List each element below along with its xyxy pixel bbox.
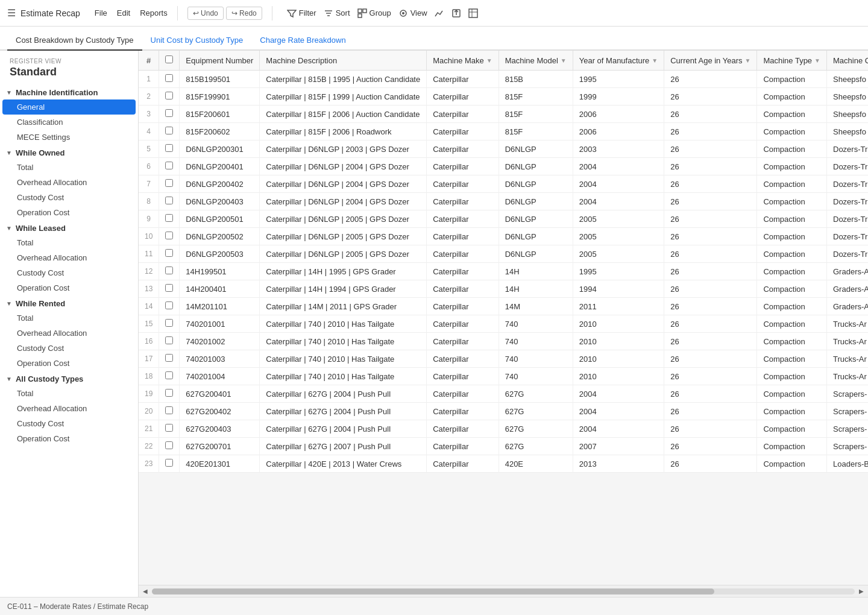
sidebar-item-all-overhead[interactable]: Overhead Allocation: [0, 401, 138, 416]
cell-checkbox[interactable]: [159, 263, 180, 280]
row-checkbox[interactable]: [165, 214, 173, 222]
col-machine-type[interactable]: Machine Type▼: [757, 51, 827, 71]
cell-checkbox[interactable]: [159, 245, 180, 263]
col-machine-description[interactable]: Machine Description: [260, 51, 427, 71]
scrollbar-thumb[interactable]: [152, 588, 714, 594]
table-row[interactable]: 20 627G200402 Caterpillar | 627G | 2004 …: [139, 403, 868, 420]
sort-button[interactable]: Sort: [324, 8, 350, 18]
table-row[interactable]: 9 D6NLGP200501 Caterpillar | D6NLGP | 20…: [139, 210, 868, 228]
cell-checkbox[interactable]: [159, 106, 180, 123]
section-while-rented[interactable]: ▼ While Rented: [0, 295, 138, 311]
table-row[interactable]: 4 815F200602 Caterpillar | 815F | 2006 |…: [139, 123, 868, 140]
sidebar-item-all-custody[interactable]: Custody Cost: [0, 416, 138, 431]
tab-unit-cost[interactable]: Unit Cost by Custody Type: [142, 31, 252, 51]
cell-checkbox[interactable]: [159, 71, 180, 88]
row-checkbox[interactable]: [165, 301, 173, 309]
table-row[interactable]: 16 740201002 Caterpillar | 740 | 2010 | …: [139, 333, 868, 350]
cell-checkbox[interactable]: [159, 280, 180, 298]
cell-checkbox[interactable]: [159, 333, 180, 350]
row-checkbox[interactable]: [165, 74, 173, 82]
cell-checkbox[interactable]: [159, 140, 180, 158]
col-machine-cat[interactable]: Machine C...: [827, 51, 869, 71]
sidebar-item-general[interactable]: General: [2, 99, 136, 115]
table-row[interactable]: 19 627G200401 Caterpillar | 627G | 2004 …: [139, 385, 868, 403]
scrollbar-track[interactable]: [152, 588, 855, 594]
row-checkbox[interactable]: [165, 162, 173, 169]
table-row[interactable]: 8 D6NLGP200403 Caterpillar | D6NLGP | 20…: [139, 193, 868, 210]
table-row[interactable]: 13 14H200401 Caterpillar | 14H | 1994 | …: [139, 280, 868, 298]
sidebar-item-leased-operation[interactable]: Operation Cost: [0, 280, 138, 295]
cell-checkbox[interactable]: [159, 88, 180, 106]
cell-checkbox[interactable]: [159, 420, 180, 438]
table-row[interactable]: 2 815F199901 Caterpillar | 815F | 1999 |…: [139, 88, 868, 106]
row-checkbox[interactable]: [165, 197, 173, 204]
cell-checkbox[interactable]: [159, 368, 180, 385]
export-button[interactable]: [451, 8, 461, 18]
view-button[interactable]: View: [398, 8, 427, 18]
undo-button[interactable]: ↩ Undo: [187, 7, 224, 20]
sidebar-item-leased-custody[interactable]: Custody Cost: [0, 265, 138, 280]
sidebar-item-rented-operation[interactable]: Operation Cost: [0, 356, 138, 371]
sidebar-item-owned-operation[interactable]: Operation Cost: [0, 205, 138, 220]
cell-checkbox[interactable]: [159, 228, 180, 245]
table-row[interactable]: 17 740201003 Caterpillar | 740 | 2010 | …: [139, 350, 868, 368]
table-row[interactable]: 22 627G200701 Caterpillar | 627G | 2007 …: [139, 438, 868, 455]
table-row[interactable]: 11 D6NLGP200503 Caterpillar | D6NLGP | 2…: [139, 245, 868, 263]
row-checkbox[interactable]: [165, 284, 173, 292]
col-machine-make[interactable]: Machine Make▼: [427, 51, 498, 71]
sidebar-item-owned-total[interactable]: Total: [0, 160, 138, 175]
row-checkbox[interactable]: [165, 249, 173, 257]
sidebar-item-rented-overhead[interactable]: Overhead Allocation: [0, 326, 138, 341]
row-checkbox[interactable]: [165, 319, 173, 327]
table-row[interactable]: 14 14M201101 Caterpillar | 14M | 2011 | …: [139, 298, 868, 315]
sidebar-item-rented-total[interactable]: Total: [0, 311, 138, 326]
cell-checkbox[interactable]: [159, 175, 180, 193]
row-checkbox[interactable]: [165, 389, 173, 397]
table-row[interactable]: 6 D6NLGP200401 Caterpillar | D6NLGP | 20…: [139, 158, 868, 175]
scroll-left-arrow[interactable]: ◀: [141, 588, 149, 594]
cell-checkbox[interactable]: [159, 403, 180, 420]
menu-reports[interactable]: Reports: [140, 8, 168, 17]
section-while-leased[interactable]: ▼ While Leased: [0, 220, 138, 235]
chart-button[interactable]: [435, 8, 444, 18]
table-row[interactable]: 10 D6NLGP200502 Caterpillar | D6NLGP | 2…: [139, 228, 868, 245]
sidebar-item-classification[interactable]: Classification: [0, 115, 138, 130]
sidebar-item-owned-custody[interactable]: Custody Cost: [0, 190, 138, 205]
row-checkbox[interactable]: [165, 371, 173, 379]
cell-checkbox[interactable]: [159, 158, 180, 175]
row-checkbox[interactable]: [165, 406, 173, 414]
table-row[interactable]: 1 815B199501 Caterpillar | 815B | 1995 |…: [139, 71, 868, 88]
sidebar-item-rented-custody[interactable]: Custody Cost: [0, 341, 138, 356]
table-row[interactable]: 3 815F200601 Caterpillar | 815F | 2006 |…: [139, 106, 868, 123]
sidebar-item-leased-total[interactable]: Total: [0, 235, 138, 250]
menu-edit[interactable]: Edit: [117, 8, 130, 17]
col-checkbox[interactable]: [159, 51, 180, 71]
cell-checkbox[interactable]: [159, 385, 180, 403]
hamburger-icon[interactable]: ☰: [7, 7, 16, 19]
table-container[interactable]: # Equipment Number Machine Description M…: [139, 51, 868, 585]
table-row[interactable]: 12 14H199501 Caterpillar | 14H | 1995 | …: [139, 263, 868, 280]
row-checkbox[interactable]: [165, 109, 173, 117]
menu-file[interactable]: File: [95, 8, 107, 17]
sidebar-item-all-operation[interactable]: Operation Cost: [0, 431, 138, 446]
col-year-manufacture[interactable]: Year of Manufacture▼: [573, 51, 664, 71]
tab-cost-breakdown[interactable]: Cost Breakdown by Custody Type: [7, 31, 142, 51]
sidebar-item-mece-settings[interactable]: MECE Settings: [0, 130, 138, 145]
cell-checkbox[interactable]: [159, 123, 180, 140]
row-checkbox[interactable]: [165, 266, 173, 274]
cell-checkbox[interactable]: [159, 455, 180, 473]
row-checkbox[interactable]: [165, 354, 173, 362]
horizontal-scrollbar[interactable]: ◀ ▶: [139, 585, 868, 597]
row-checkbox[interactable]: [165, 441, 173, 449]
row-checkbox[interactable]: [165, 144, 173, 152]
section-machine-identification[interactable]: ▼ Machine Identification: [0, 84, 138, 99]
cell-checkbox[interactable]: [159, 210, 180, 228]
filter-button[interactable]: Filter: [287, 8, 316, 18]
cell-checkbox[interactable]: [159, 315, 180, 333]
sidebar-item-owned-overhead[interactable]: Overhead Allocation: [0, 175, 138, 190]
sidebar-item-all-total[interactable]: Total: [0, 386, 138, 401]
cell-checkbox[interactable]: [159, 298, 180, 315]
row-checkbox[interactable]: [165, 336, 173, 344]
cell-checkbox[interactable]: [159, 438, 180, 455]
section-while-owned[interactable]: ▼ While Owned: [0, 145, 138, 160]
